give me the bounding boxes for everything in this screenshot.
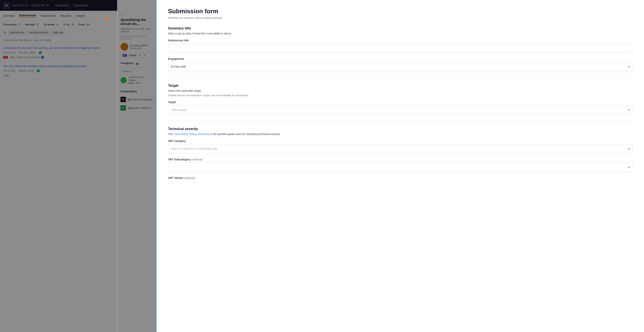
form-subtitle: All fields are required unless marked op…: [168, 16, 632, 19]
vrt-subcategory-group: VRT Subcategory (optional): [168, 158, 632, 172]
vrt-subcategory-label: VRT Subcategory (optional): [168, 158, 632, 161]
submission-title-input[interactable]: [168, 43, 632, 53]
target-section-desc: Select the vulnerable target: [168, 89, 632, 92]
submission-form-panel: Submission form All fields are required …: [156, 0, 644, 332]
vrt-variant-label: VRT Variant (optional): [168, 176, 632, 179]
modal-overlay[interactable]: [0, 0, 118, 332]
target-section: Target Select the vulnerable target Targ…: [168, 84, 632, 114]
vrt-category-group: VRT Category Select or search for a vuln…: [168, 139, 632, 153]
submission-title-label: Submission title: [168, 39, 632, 42]
target-group: Target Select target...: [168, 101, 632, 114]
target-select-wrapper: Select target...: [168, 105, 632, 114]
severity-section-desc: The Vulnerability Rating Taxonomy is the…: [168, 133, 632, 136]
severity-section: Technical severity The Vulnerability Rat…: [168, 127, 632, 179]
target-section-title: Target: [168, 84, 632, 88]
target-label: Target: [168, 101, 632, 104]
engagement-label: Engagement: [168, 57, 632, 60]
summary-section-desc: Help us get an idea of what this vulnera…: [168, 32, 632, 35]
target-select[interactable]: Select target...: [168, 105, 632, 114]
summary-section-title: Summary title: [168, 26, 632, 30]
vrt-subcategory-select-wrapper: [168, 163, 632, 172]
vrt-category-input[interactable]: Select or search for a vulnerability typ…: [168, 144, 632, 153]
vrt-subcategory-select[interactable]: [168, 163, 632, 172]
target-note: Targets that are not explicitly in scope…: [168, 94, 632, 97]
arrow-indicator: ➜: [104, 15, 110, 23]
detail-panel-bg: ◁▷ Quantifying the circuit wo... Submitt…: [118, 0, 156, 332]
vrt-category-label: VRT Category: [168, 139, 632, 143]
form-title: Submission form: [168, 8, 632, 15]
submission-title-group: Submission title: [168, 39, 632, 53]
vrt-link[interactable]: Vulnerability Rating Taxonomy: [174, 133, 210, 136]
engagement-group: Engagement E-Corp USA: [168, 57, 632, 71]
engagement-select[interactable]: E-Corp USA: [168, 62, 632, 71]
summary-section: Summary title Help us get an idea of wha…: [168, 26, 632, 71]
vrt-variant-group: VRT Variant (optional): [168, 176, 632, 179]
vrt-category-select-wrapper: Select or search for a vulnerability typ…: [168, 144, 632, 153]
severity-section-title: Technical severity: [168, 127, 632, 131]
engagement-select-wrapper: E-Corp USA: [168, 62, 632, 71]
